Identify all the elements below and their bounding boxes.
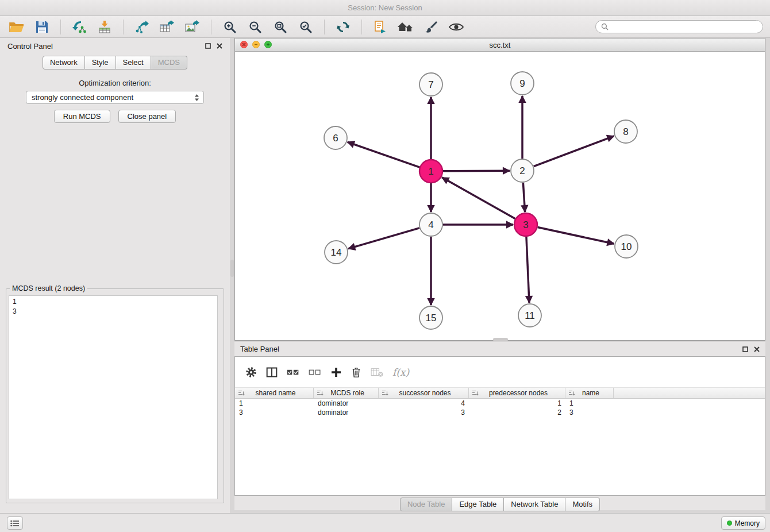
column-header-shared-name[interactable]: shared name bbox=[235, 388, 314, 398]
graph-edge-2-3[interactable] bbox=[523, 183, 525, 212]
show-hide-button[interactable] bbox=[446, 18, 466, 36]
close-table-panel-icon[interactable] bbox=[754, 346, 760, 352]
mcds-buttons: Run MCDS Close panel bbox=[0, 110, 230, 123]
graph-node-11[interactable]: 11 bbox=[518, 304, 541, 327]
graph-node-6[interactable]: 6 bbox=[324, 126, 347, 149]
zoom-fit-button[interactable] bbox=[271, 18, 290, 36]
table-settings-button[interactable] bbox=[245, 367, 257, 378]
graph-node-7[interactable]: 7 bbox=[419, 73, 442, 96]
node-label: 3 bbox=[523, 219, 528, 230]
tab-select[interactable]: Select bbox=[116, 56, 151, 70]
vertical-splitter-handle[interactable] bbox=[230, 260, 234, 277]
show-columns-button[interactable] bbox=[266, 367, 278, 378]
memory-label: Memory bbox=[735, 519, 760, 527]
graph-node-9[interactable]: 9 bbox=[511, 72, 534, 95]
gear-icon bbox=[245, 367, 257, 378]
select-all-button[interactable] bbox=[287, 368, 299, 377]
style-brush-button[interactable] bbox=[421, 18, 441, 36]
graph-edge-1-6[interactable] bbox=[348, 142, 419, 167]
table-row[interactable]: 1dominator411 bbox=[235, 399, 765, 408]
memory-button[interactable]: Memory bbox=[721, 516, 765, 530]
horizontal-splitter-handle[interactable] bbox=[493, 338, 508, 341]
column-header-label: MCDS role bbox=[324, 389, 378, 397]
deselect-all-button[interactable] bbox=[309, 368, 321, 377]
graph-node-8[interactable]: 8 bbox=[614, 120, 637, 143]
sort-icon[interactable] bbox=[472, 390, 479, 396]
run-mcds-button[interactable]: Run MCDS bbox=[54, 110, 110, 123]
tab-network[interactable]: Network bbox=[43, 56, 85, 70]
graph-edge-3-10[interactable] bbox=[538, 227, 614, 244]
graph-node-3[interactable]: 3 bbox=[514, 213, 537, 236]
network-graph[interactable]: 7968124314101511 bbox=[235, 52, 765, 340]
import-network-button[interactable] bbox=[70, 18, 89, 36]
search-icon bbox=[601, 23, 609, 30]
function-builder-button[interactable]: f(x) bbox=[392, 367, 409, 378]
graph-edge-3-1[interactable] bbox=[442, 178, 515, 219]
task-history-button[interactable] bbox=[7, 516, 23, 530]
optimization-criterion-label: Optimization criterion: bbox=[0, 79, 230, 87]
export-image-button[interactable] bbox=[183, 18, 202, 36]
graph-node-4[interactable]: 4 bbox=[419, 213, 442, 236]
search-input[interactable] bbox=[612, 22, 757, 31]
tab-style[interactable]: Style bbox=[85, 56, 116, 70]
graph-edge-3-11[interactable] bbox=[526, 237, 529, 303]
list-icon bbox=[10, 520, 20, 527]
open-session-button[interactable] bbox=[7, 18, 26, 36]
column-header-label: successor nodes bbox=[388, 389, 468, 397]
graph-node-15[interactable]: 15 bbox=[419, 306, 442, 329]
network-canvas[interactable]: 7968124314101511 bbox=[235, 52, 765, 340]
add-row-button[interactable] bbox=[330, 367, 342, 378]
column-header-predecessor-nodes[interactable]: predecessor nodes bbox=[469, 388, 565, 398]
save-session-button[interactable] bbox=[32, 18, 52, 36]
column-header-MCDS-role[interactable]: MCDS role bbox=[314, 388, 379, 398]
home-button[interactable] bbox=[396, 18, 415, 36]
graph-node-2[interactable]: 2 bbox=[511, 159, 534, 182]
mcds-result-list[interactable]: 13 bbox=[9, 295, 218, 499]
export-table-button[interactable] bbox=[157, 18, 177, 36]
table-cell: 1 bbox=[469, 399, 565, 407]
tab-edge-table[interactable]: Edge Table bbox=[452, 498, 504, 511]
delete-table-button[interactable] bbox=[371, 367, 383, 377]
float-panel-icon[interactable] bbox=[205, 43, 211, 49]
close-panel-icon[interactable] bbox=[217, 43, 222, 49]
zoom-selected-button[interactable] bbox=[296, 18, 315, 36]
tab-node-table[interactable]: Node Table bbox=[400, 498, 453, 511]
sort-icon[interactable] bbox=[238, 390, 245, 396]
column-header-name[interactable]: name bbox=[565, 388, 614, 398]
sort-icon[interactable] bbox=[568, 390, 575, 396]
graph-node-14[interactable]: 14 bbox=[325, 241, 348, 264]
import-table-button[interactable] bbox=[95, 18, 114, 36]
tab-motifs[interactable]: Motifs bbox=[565, 498, 600, 511]
zoom-in-button[interactable] bbox=[220, 18, 240, 36]
sort-icon[interactable] bbox=[317, 390, 324, 396]
graph-edge-2-8[interactable] bbox=[534, 136, 614, 167]
zoom-window-button[interactable] bbox=[264, 41, 272, 48]
delete-row-button[interactable] bbox=[351, 367, 361, 378]
minimize-window-button[interactable] bbox=[252, 41, 260, 48]
float-table-panel-icon[interactable] bbox=[742, 346, 748, 352]
export-network-button[interactable] bbox=[132, 18, 152, 36]
network-window-titlebar[interactable]: scc.txt bbox=[235, 38, 765, 52]
search-field[interactable] bbox=[595, 20, 763, 33]
tab-mcds[interactable]: MCDS bbox=[151, 56, 187, 70]
sort-icon[interactable] bbox=[382, 390, 388, 396]
zoom-out-icon bbox=[248, 20, 262, 34]
close-panel-button[interactable]: Close panel bbox=[118, 110, 176, 123]
graph-node-1[interactable]: 1 bbox=[419, 160, 442, 183]
graph-node-10[interactable]: 10 bbox=[615, 235, 638, 258]
column-header-successor-nodes[interactable]: successor nodes bbox=[379, 388, 469, 398]
graph-edge-4-14[interactable] bbox=[348, 228, 419, 249]
tab-network-table[interactable]: Network Table bbox=[504, 498, 565, 511]
apply-layout-button[interactable] bbox=[333, 18, 353, 36]
table-row[interactable]: 3dominator323 bbox=[235, 408, 765, 417]
graph-edge-1-2[interactable] bbox=[443, 171, 510, 171]
close-window-button[interactable] bbox=[240, 41, 248, 48]
node-label: 14 bbox=[331, 247, 342, 258]
copy-style-button[interactable] bbox=[371, 18, 390, 36]
table-cell: 4 bbox=[379, 399, 469, 407]
optimization-criterion-select[interactable]: strongly connected component bbox=[26, 91, 204, 104]
table-panel: Table Panel f(x) shared nameMCDS rolesuc… bbox=[234, 342, 765, 510]
zoom-out-button[interactable] bbox=[245, 18, 265, 36]
select-all-icon bbox=[287, 368, 299, 377]
table-panel-title: Table Panel bbox=[240, 345, 279, 353]
